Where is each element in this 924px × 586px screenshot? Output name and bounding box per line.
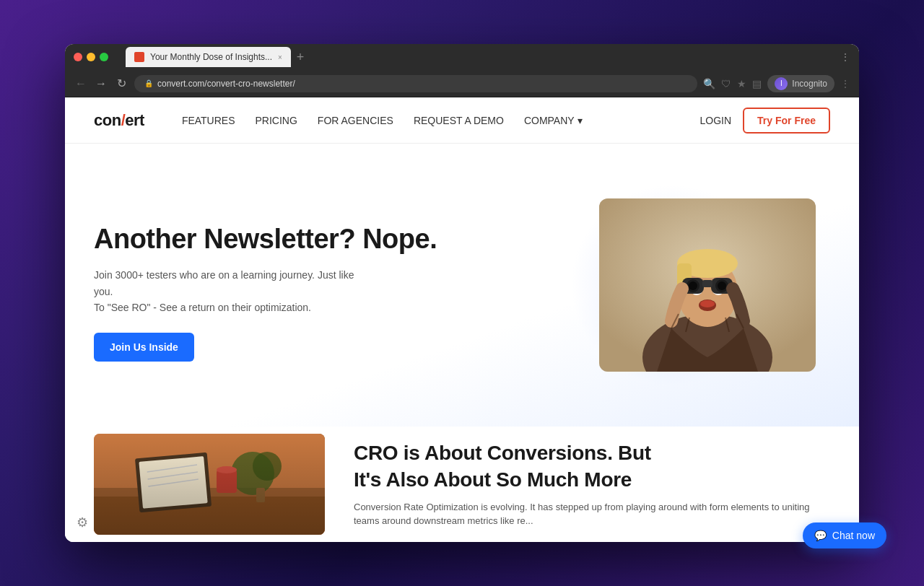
hero-image xyxy=(599,198,816,372)
url-text: convert.com/convert-cro-newsletter/ xyxy=(157,79,295,89)
nav-for-agencies[interactable]: FOR AGENCIES xyxy=(318,115,393,126)
hero-left: Another Newsletter? Nope. Join 3000+ tes… xyxy=(94,223,585,362)
login-link[interactable]: LOGIN xyxy=(700,115,732,126)
avatar: I xyxy=(775,77,788,90)
window-menu-icon[interactable]: ⋮ xyxy=(840,51,850,63)
chevron-down-icon: ▾ xyxy=(578,115,583,126)
svg-point-17 xyxy=(689,281,697,290)
svg-point-18 xyxy=(718,281,726,290)
logo-slash: / xyxy=(121,111,126,129)
second-title: CRO is About Conversions. But It's Also … xyxy=(354,440,830,493)
browser-menu-icon[interactable]: ⋮ xyxy=(840,78,850,89)
hero-right xyxy=(585,198,830,386)
minimize-button[interactable] xyxy=(87,53,95,61)
active-tab[interactable]: Your Monthly Dose of Insights... × xyxy=(126,47,291,67)
join-button[interactable]: Join Us Inside xyxy=(94,333,194,362)
chat-widget[interactable]: 💬 Chat now xyxy=(803,522,886,548)
refresh-button[interactable]: ↻ xyxy=(114,76,128,90)
shield-icon[interactable]: 🛡 xyxy=(721,78,731,89)
sidebar-icon[interactable]: ▤ xyxy=(752,78,762,89)
tab-bar: Your Monthly Dose of Insights... × + xyxy=(126,47,834,67)
svg-rect-19 xyxy=(702,280,712,287)
browser-window: Your Monthly Dose of Insights... × + ⋮ ←… xyxy=(65,44,859,542)
tab-close-icon[interactable]: × xyxy=(278,53,282,61)
second-image xyxy=(94,434,325,535)
traffic-lights xyxy=(74,53,108,61)
url-bar[interactable]: 🔒 convert.com/convert-cro-newsletter/ xyxy=(134,75,697,92)
nav-pricing[interactable]: PRICING xyxy=(256,115,297,126)
nav-links: FEATURES PRICING FOR AGENCIES REQUEST A … xyxy=(182,115,677,126)
lock-icon: 🔒 xyxy=(144,79,153,87)
address-actions: 🔍 🛡 ★ ▤ I Incognito ⋮ xyxy=(703,75,850,92)
hero-subtitle: Join 3000+ testers who are on a learning… xyxy=(94,267,368,315)
nav-actions: LOGIN Try For Free xyxy=(700,108,831,134)
second-section: CRO is About Conversions. But It's Also … xyxy=(65,427,859,542)
hero-section: Another Newsletter? Nope. Join 3000+ tes… xyxy=(65,144,859,427)
profile-label: Incognito xyxy=(792,79,827,89)
title-bar: Your Monthly Dose of Insights... × + ⋮ xyxy=(65,44,859,70)
new-tab-button[interactable]: + xyxy=(297,50,305,65)
tab-favicon xyxy=(134,52,144,62)
maximize-button[interactable] xyxy=(100,53,108,61)
search-icon[interactable]: 🔍 xyxy=(703,78,715,89)
nav-company[interactable]: COMPANY ▾ xyxy=(524,115,583,126)
close-button[interactable] xyxy=(74,53,82,61)
address-bar: ← → ↻ 🔒 convert.com/convert-cro-newslett… xyxy=(65,70,859,97)
tab-title: Your Monthly Dose of Insights... xyxy=(150,52,272,62)
profile-button[interactable]: I Incognito xyxy=(767,75,834,92)
second-right: CRO is About Conversions. But It's Also … xyxy=(325,440,830,528)
website-content: con/ert FEATURES PRICING FOR AGENCIES RE… xyxy=(65,97,859,542)
site-nav: con/ert FEATURES PRICING FOR AGENCIES RE… xyxy=(65,97,859,144)
second-desc: Conversion Rate Optimization is evolving… xyxy=(354,500,830,528)
site-logo[interactable]: con/ert xyxy=(94,111,144,130)
star-icon[interactable]: ★ xyxy=(737,78,746,89)
hero-illustration xyxy=(599,198,816,372)
try-free-button[interactable]: Try For Free xyxy=(743,108,830,134)
back-button[interactable]: ← xyxy=(74,77,88,90)
hero-title: Another Newsletter? Nope. xyxy=(94,223,556,256)
chat-bubble-icon: 💬 xyxy=(814,530,827,541)
nav-features[interactable]: FEATURES xyxy=(182,115,235,126)
svg-point-8 xyxy=(700,300,715,307)
forward-button[interactable]: → xyxy=(94,77,108,90)
nav-request-demo[interactable]: REQUEST A DEMO xyxy=(414,115,504,126)
chat-label: Chat now xyxy=(832,530,875,541)
settings-gear-icon[interactable]: ⚙ xyxy=(77,515,88,530)
